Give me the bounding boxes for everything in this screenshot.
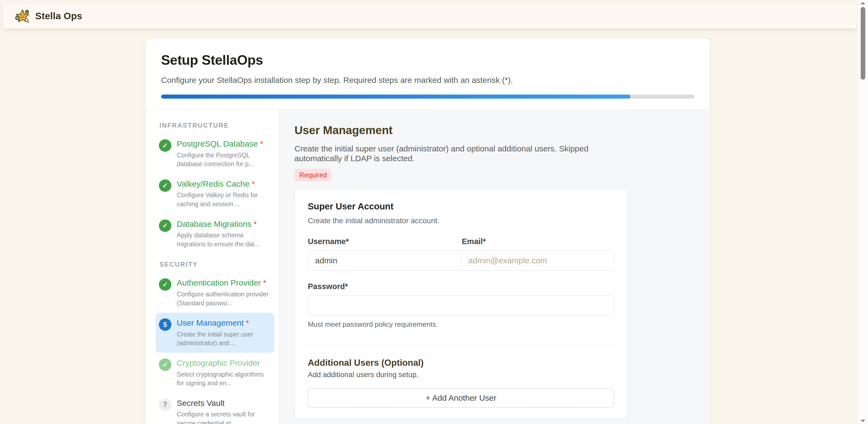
step-description: Create the initial super user (administr…: [177, 330, 271, 348]
page: { "navbar": { "brand": "Stella Ops" }, "…: [0, 0, 868, 424]
app-header: Stella Ops: [3, 3, 857, 28]
check-circle-icon: ✓: [159, 220, 172, 232]
additional-users-title: Additional Users (Optional): [308, 358, 614, 368]
sidebar-item-database-migrations[interactable]: ✓ Database Migrations* Apply database sc…: [156, 214, 274, 254]
step-title: Valkey/Redis Cache*: [177, 179, 271, 189]
step-description: Configure Valkey or Redis for caching an…: [177, 191, 271, 208]
email-label: Email*: [462, 237, 614, 246]
brand-name: Stella Ops: [35, 10, 82, 22]
setup-header: Setup StellaOps Configure your StellaOps…: [146, 39, 710, 110]
add-another-user-button[interactable]: + Add Another User: [308, 388, 614, 408]
step-description: Apply database schema migrations to ensu…: [177, 231, 271, 249]
card-divider: [308, 344, 614, 345]
required-asterisk: *: [260, 139, 263, 148]
step-title: PostgreSQL Database*: [177, 139, 271, 149]
required-asterisk: *: [263, 278, 266, 287]
page-subtitle: Configure your StellaOps installation st…: [161, 75, 694, 85]
sidebar-item-secrets-vault[interactable]: 7 Secrets Vault Configure a secrets vaul…: [156, 393, 274, 424]
field-labels-row: Username* Email*: [308, 237, 614, 250]
progress-bar: [161, 95, 694, 99]
step-description: Configure authentication provider (Stand…: [177, 290, 271, 307]
step-title: User Management*: [177, 318, 271, 328]
password-input[interactable]: [308, 295, 614, 315]
step-description-text: Create the initial super user (administr…: [294, 144, 623, 163]
step-title: Database Migrations*: [177, 219, 271, 229]
username-input[interactable]: [308, 251, 461, 270]
required-asterisk: *: [253, 220, 257, 228]
step-title: Secrets Vault: [177, 398, 271, 408]
sidebar-item-authentication-provider[interactable]: ✓ Authentication Provider* Configure aut…: [156, 272, 274, 313]
password-label: Password*: [308, 282, 614, 291]
check-circle-icon: ✓: [159, 278, 172, 291]
step-number-badge: 5: [159, 318, 172, 331]
check-circle-icon: ✓: [159, 180, 172, 192]
check-circle-icon: ✓: [159, 358, 172, 371]
setup-steps-sidebar: INFRASTRUCTURE ✓ PostgreSQL Database* Co…: [146, 110, 279, 424]
progress-fill: [161, 95, 630, 99]
section-label-infrastructure: INFRASTRUCTURE: [159, 122, 274, 129]
sidebar-item-valkey-redis-cache[interactable]: ✓ Valkey/Redis Cache* Configure Valkey o…: [156, 174, 274, 214]
step-content: User Management Create the initial super…: [279, 110, 710, 424]
step-description: Configure a secrets vault for secure cre…: [177, 410, 271, 424]
panel-body: INFRASTRUCTURE ✓ PostgreSQL Database* Co…: [146, 110, 710, 424]
additional-users-subtitle: Add additional users during setup.: [308, 371, 614, 379]
step-title: Cryptographic Provider: [177, 358, 271, 368]
sidebar-item-user-management[interactable]: 5 User Management* Create the initial su…: [156, 313, 274, 353]
card-subtitle: Create the initial administrator account…: [308, 217, 614, 225]
section-label-security: SECURITY: [159, 261, 274, 268]
required-asterisk: *: [252, 180, 255, 188]
step-number-badge: 7: [159, 398, 172, 411]
scrollbar-thumb[interactable]: [861, 7, 865, 80]
sidebar-item-postgresql-database[interactable]: ✓ PostgreSQL Database* Configure the Pos…: [156, 134, 274, 174]
card-title: Super User Account: [308, 201, 614, 211]
step-description: Configure the PostgreSQL database connec…: [177, 151, 271, 168]
check-circle-icon: ✓: [159, 139, 172, 152]
stellaops-logo-icon: [15, 9, 30, 23]
required-badge: Required: [294, 169, 332, 182]
sidebar-item-cryptographic-provider[interactable]: ✓ Cryptographic Provider Select cryptogr…: [156, 353, 274, 393]
required-asterisk: *: [246, 318, 249, 327]
step-heading: User Management: [294, 124, 710, 137]
scrollbar-down-arrow-icon[interactable]: [860, 420, 865, 422]
step-description: Select cryptographic algorithms for sign…: [177, 370, 271, 388]
username-email-input-group: [308, 250, 614, 271]
scrollbar-up-arrow-icon[interactable]: [860, 2, 865, 4]
super-user-card: Super User Account Create the initial ad…: [294, 189, 627, 419]
password-help-text: Must meet password policy requirements.: [308, 320, 614, 329]
email-input[interactable]: [461, 251, 614, 270]
username-label: Username*: [308, 237, 460, 246]
page-title: Setup StellaOps: [161, 52, 694, 68]
step-title: Authentication Provider*: [177, 278, 271, 288]
page-scrollbar[interactable]: [858, 0, 868, 424]
setup-panel: Setup StellaOps Configure your StellaOps…: [146, 39, 710, 424]
